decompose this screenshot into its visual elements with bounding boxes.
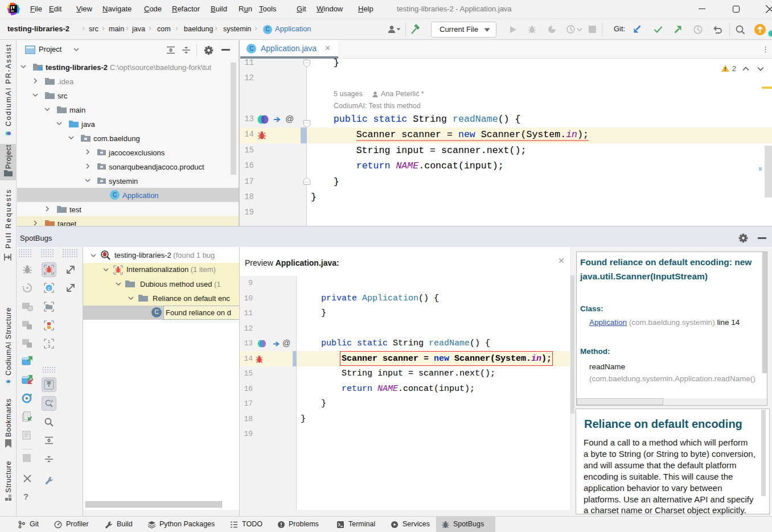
svg-text:c: c <box>48 286 51 291</box>
svg-text:3: 3 <box>48 344 51 349</box>
